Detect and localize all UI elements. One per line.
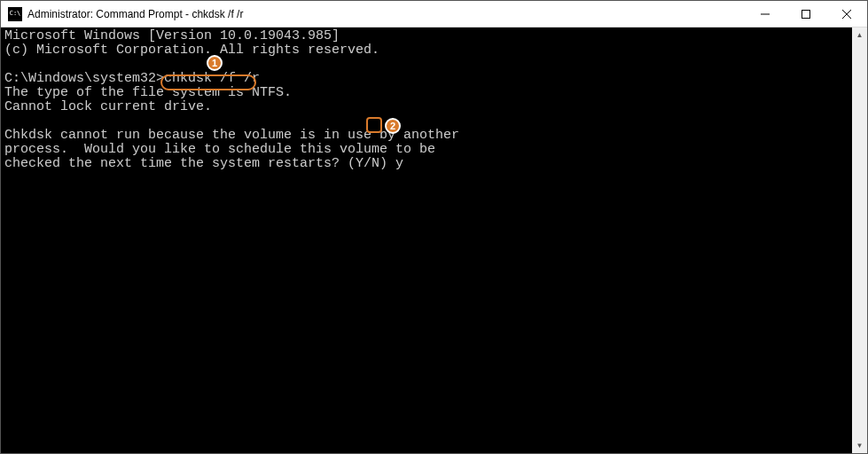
command-text: chkdsk /f /r [164,71,260,86]
output-line: Cannot lock current drive. [4,100,848,114]
minimize-button[interactable] [745,1,786,27]
terminal-container: Microsoft Windows [Version 10.0.19043.98… [1,27,867,453]
prompt-line: C:\Windows\system32>chkdsk /f /r [4,72,848,86]
cmd-icon: C:\ [8,7,22,21]
prompt-question: checked the next time the system restart… [4,156,395,171]
output-line: The type of the file system is NTFS. [4,86,848,100]
scrollbar[interactable]: ▲ ▼ [852,27,867,453]
output-line: (c) Microsoft Corporation. All rights re… [4,43,848,58]
close-button[interactable] [826,1,867,27]
cmd-icon-text: C:\ [10,11,21,17]
output-line: Microsoft Windows [Version 10.0.19043.98… [4,29,848,43]
prompt-response-line: checked the next time the system restart… [4,157,848,171]
maximize-button[interactable] [786,1,826,27]
titlebar[interactable]: C:\ Administrator: Command Prompt - chkd… [1,1,867,27]
output-line: Chkdsk cannot run because the volume is … [4,129,848,143]
user-response: y [395,156,403,171]
prompt-path: C:\Windows\system32> [4,71,164,86]
terminal[interactable]: Microsoft Windows [Version 10.0.19043.98… [1,27,852,453]
scroll-up-icon[interactable]: ▲ [852,27,867,43]
window-title: Administrator: Command Prompt - chkdsk /… [27,8,745,20]
svg-rect-1 [802,10,810,18]
scroll-track[interactable] [852,43,867,438]
output-blank [4,58,848,72]
window-controls [745,1,867,27]
output-blank [4,114,848,129]
output-line: process. Would you like to schedule this… [4,143,848,157]
scroll-down-icon[interactable]: ▼ [852,438,867,453]
